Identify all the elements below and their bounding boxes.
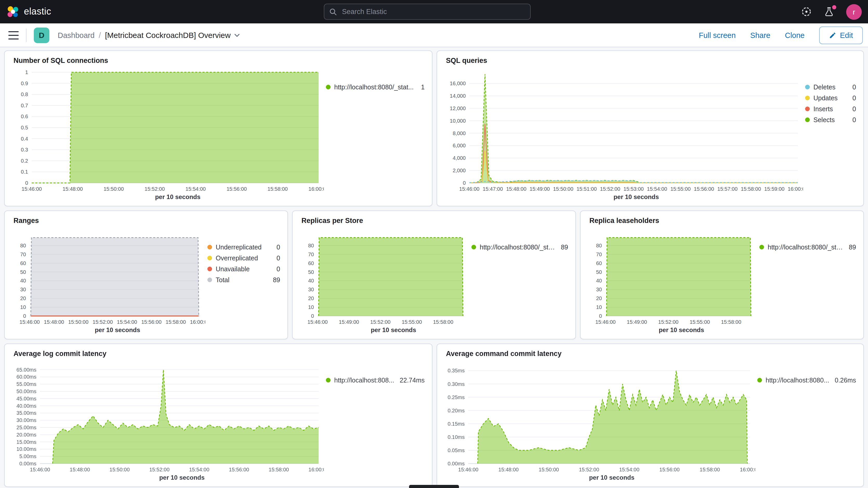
panel-sql-queries: SQL queries 16,00014,00012,00010,0008,00… (437, 51, 864, 206)
series-color-dot (805, 106, 810, 111)
svg-text:16:00:00: 16:00:00 (190, 319, 205, 325)
replica-leaseholders-chart[interactable]: 8070605040302010015:46:0015:49:0015:52:0… (585, 228, 757, 326)
top-navbar: elastic r (0, 0, 868, 23)
svg-text:4,000: 4,000 (453, 155, 466, 161)
brand-wordmark: elastic (24, 6, 51, 17)
log-commit-latency-chart[interactable]: 65.00ms60.00ms55.00ms50.00ms45.00ms40.00… (9, 361, 324, 474)
svg-text:15:49:00: 15:49:00 (627, 319, 647, 325)
series-label: Overreplicated (216, 254, 273, 262)
svg-text:15:48:00: 15:48:00 (44, 319, 64, 325)
svg-text:15:52:00: 15:52:00 (658, 319, 679, 325)
svg-text:0.20ms: 0.20ms (447, 408, 465, 414)
svg-text:15:55:00: 15:55:00 (402, 319, 422, 325)
legend-item[interactable]: http://localhost:8080/_stat...1 (326, 82, 425, 92)
svg-text:15:47:00: 15:47:00 (483, 186, 503, 192)
search-icon (330, 8, 337, 15)
svg-text:40.00ms: 40.00ms (17, 403, 36, 409)
panel-title: Replicas per Store (302, 217, 571, 227)
svg-text:10: 10 (596, 304, 602, 310)
series-value: 0 (277, 254, 280, 262)
svg-text:15:56:00: 15:56:00 (659, 467, 680, 472)
svg-text:15:58:00: 15:58:00 (721, 319, 741, 325)
full-screen-button[interactable]: Full screen (699, 31, 736, 39)
svg-text:50.00ms: 50.00ms (17, 389, 36, 394)
edit-button[interactable]: Edit (819, 26, 863, 44)
series-color-dot (760, 245, 764, 249)
x-axis-label: per 10 seconds (297, 326, 469, 336)
x-axis-label: per 10 seconds (441, 193, 803, 203)
search-input[interactable] (341, 7, 530, 16)
legend-item[interactable]: Total89 (207, 274, 280, 285)
legend-item[interactable]: http://localhost:8080/_sta...89 (760, 242, 856, 252)
clone-button[interactable]: Clone (785, 31, 805, 39)
legend-item[interactable]: Selects0 (805, 114, 856, 125)
svg-text:35.00ms: 35.00ms (17, 410, 36, 416)
app-viewport: elastic r D Dashboard / [M (0, 0, 868, 488)
svg-text:0.15ms: 0.15ms (447, 421, 465, 427)
toolbar-actions: Full screen Share Clone Edit (699, 26, 863, 44)
svg-text:80: 80 (308, 243, 314, 248)
help-icon[interactable] (800, 6, 812, 18)
svg-text:0: 0 (599, 313, 602, 319)
series-label: http://localhost:8080/_stat... (334, 84, 417, 91)
series-label: Selects (813, 116, 849, 123)
series-label: http://localhost:8080... (766, 376, 831, 384)
svg-text:15:50:00: 15:50:00 (553, 186, 573, 192)
svg-text:0: 0 (25, 180, 28, 186)
replicas-per-store-chart[interactable]: 8070605040302010015:46:0015:49:0015:52:0… (297, 228, 469, 326)
ranges-chart[interactable]: 8070605040302010015:46:0015:48:0015:50:0… (9, 228, 205, 326)
svg-text:15:46:00: 15:46:00 (595, 319, 616, 325)
legend-item[interactable]: http://localhost:8080...0.26ms (757, 375, 856, 386)
svg-text:15:50:00: 15:50:00 (103, 186, 124, 192)
command-commit-latency-chart[interactable]: 0.35ms0.30ms0.25ms0.20ms0.15ms0.10ms0.05… (441, 361, 755, 474)
page-title[interactable]: [Metricbeat CockroachDB] Overview (105, 31, 240, 39)
svg-text:80: 80 (596, 243, 602, 248)
series-value: 0 (852, 84, 856, 91)
legend-item[interactable]: Overreplicated0 (207, 252, 280, 264)
panel-title: Average command commit latency (446, 350, 859, 360)
panel-sql-connections: Number of SQL connections 10.90.80.70.60… (4, 51, 432, 206)
svg-text:0.5: 0.5 (21, 125, 28, 130)
svg-text:15:54:00: 15:54:00 (647, 186, 667, 192)
legend-item[interactable]: http://localhost:808...22.74ms (326, 375, 425, 386)
svg-text:15:54:00: 15:54:00 (189, 467, 210, 472)
legend-item[interactable]: Deletes0 (805, 82, 856, 92)
svg-text:15:46:00: 15:46:00 (307, 319, 328, 325)
svg-text:45.00ms: 45.00ms (17, 396, 36, 401)
legend-item[interactable]: Inserts0 (805, 103, 856, 114)
labs-flask-icon[interactable] (823, 6, 835, 18)
legend-item[interactable]: Updates0 (805, 92, 856, 103)
global-search[interactable] (324, 4, 531, 20)
svg-text:15:56:00: 15:56:00 (142, 319, 162, 325)
legend-item[interactable]: http://localhost:8080/_sta...89 (471, 242, 568, 252)
x-axis-label: per 10 seconds (9, 474, 324, 483)
series-label: http://localhost:808... (334, 376, 396, 384)
svg-text:50: 50 (20, 269, 26, 275)
svg-text:0.4: 0.4 (21, 136, 28, 142)
elastic-logo-link[interactable]: elastic (6, 5, 51, 19)
share-button[interactable]: Share (750, 31, 770, 39)
chart-legend: http://localhost:8080...0.26ms (755, 361, 859, 483)
legend-item[interactable]: Unavailable0 (207, 264, 280, 274)
chart-legend: Underreplicated0Overreplicated0Unavailab… (205, 228, 283, 336)
svg-text:70: 70 (596, 251, 602, 257)
breadcrumb-dashboard-link[interactable]: Dashboard (58, 31, 95, 39)
sql-connections-chart[interactable]: 10.90.80.70.60.50.40.30.20.1015:46:0015:… (9, 68, 324, 193)
sql-queries-chart[interactable]: 16,00014,00012,00010,0008,0006,0004,0002… (441, 68, 803, 193)
svg-text:0.10ms: 0.10ms (447, 434, 465, 440)
menu-icon[interactable] (8, 31, 19, 39)
series-color-dot (207, 256, 212, 261)
series-color-dot (207, 245, 212, 249)
svg-text:15:50:00: 15:50:00 (539, 467, 559, 472)
legend-item[interactable]: Underreplicated0 (207, 242, 280, 252)
x-axis-label: per 10 seconds (9, 326, 205, 336)
series-label: Underreplicated (216, 243, 273, 251)
svg-text:0.2: 0.2 (21, 158, 28, 164)
user-avatar[interactable]: r (846, 4, 862, 20)
notification-badge (832, 5, 836, 9)
series-color-dot (207, 277, 212, 282)
dashboard-app-badge[interactable]: D (34, 27, 50, 43)
svg-text:65.00ms: 65.00ms (17, 367, 36, 373)
svg-text:15:55:00: 15:55:00 (690, 319, 710, 325)
svg-text:15:49:00: 15:49:00 (530, 186, 550, 192)
